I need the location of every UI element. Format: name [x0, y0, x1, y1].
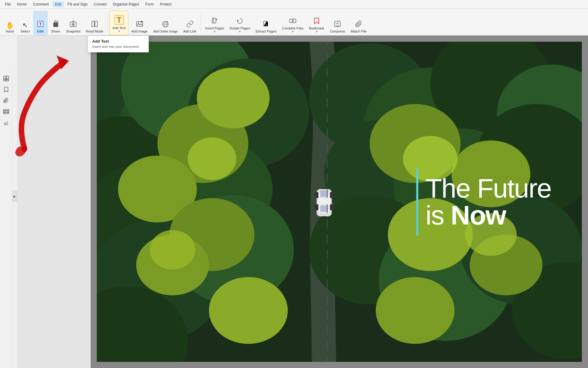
add-online-image-icon — [162, 21, 169, 29]
add-text-button[interactable]: T Add Text ▼ — [110, 11, 128, 35]
heading-line2: is Now — [426, 202, 551, 229]
menu-comment[interactable]: Comment — [30, 2, 51, 7]
svg-rect-23 — [6, 79, 9, 81]
svg-rect-22 — [4, 79, 6, 81]
collapse-panel-arrow[interactable]: ▶ — [12, 191, 17, 202]
menu-home[interactable]: Home — [14, 2, 29, 7]
attach-file-icon — [355, 20, 362, 29]
combine-files-dropdown: ▼ — [292, 30, 294, 33]
tooltip-description: Insert text into your document. — [92, 45, 144, 48]
accent-bar — [416, 168, 418, 236]
heading-now: Now — [451, 200, 506, 230]
menu-fill-sign[interactable]: Fill and Sign — [65, 2, 90, 7]
snapshot-button[interactable]: Snapshot — [64, 11, 83, 35]
insert-pages-icon — [211, 17, 218, 26]
combine-files-icon — [289, 17, 296, 26]
svg-rect-8 — [95, 21, 97, 27]
heading-is: is — [426, 200, 451, 230]
share-button[interactable]: Share — [48, 11, 63, 35]
menu-edit[interactable]: Edit — [52, 2, 64, 7]
main-content: ▶ — [0, 36, 588, 368]
add-image-icon — [136, 20, 143, 29]
bookmark-dropdown: ▼ — [315, 30, 318, 33]
add-link-button[interactable]: Add Link — [181, 11, 199, 35]
signatures-panel-icon[interactable] — [1, 118, 11, 128]
extract-pages-button[interactable]: Extract Pages — [253, 11, 279, 35]
bookmark-button[interactable]: Bookmark ▼ — [307, 11, 327, 35]
pdf-text-content: The Future is Now — [416, 168, 551, 236]
add-text-icon: T — [114, 15, 124, 25]
add-text-dropdown-arrow: ▼ — [118, 30, 120, 33]
add-link-icon — [186, 20, 194, 29]
svg-point-41 — [197, 67, 270, 128]
ribbon: ✋ Hand ↖ Select T Edit Share — [0, 9, 588, 36]
combine-files-button[interactable]: Combine Files ▼ — [280, 11, 306, 35]
compress-icon — [334, 20, 341, 29]
menu-convert[interactable]: Convert — [91, 2, 109, 7]
svg-rect-14 — [212, 18, 216, 23]
layers-panel-icon[interactable] — [1, 107, 11, 117]
svg-rect-19 — [335, 21, 340, 27]
svg-point-63 — [150, 230, 195, 270]
menu-protect[interactable]: Protect — [157, 2, 174, 7]
document-page: The Future is Now — [97, 42, 582, 362]
read-mode-button[interactable]: Read Mode — [83, 11, 106, 35]
page-thumbnail-icon[interactable] — [1, 74, 11, 83]
attach-file-button[interactable]: Attach File — [348, 11, 369, 35]
heading-line1: The Future — [426, 175, 551, 202]
hand-tool-button[interactable]: ✋ Hand — [2, 11, 17, 35]
svg-rect-73 — [330, 204, 334, 210]
svg-point-61 — [188, 137, 236, 180]
extract-pages-icon — [262, 20, 270, 29]
svg-rect-21 — [6, 76, 9, 79]
compress-button[interactable]: Compress — [327, 11, 348, 35]
svg-marker-15 — [237, 20, 239, 21]
bookmark-icon — [313, 17, 320, 26]
svg-rect-72 — [315, 204, 318, 210]
svg-rect-24 — [3, 109, 9, 111]
svg-rect-18 — [293, 19, 296, 23]
bookmarks-panel-icon[interactable] — [1, 85, 11, 94]
separator-1 — [107, 13, 108, 32]
menu-form[interactable]: Form — [143, 2, 156, 7]
svg-point-44 — [209, 277, 288, 344]
svg-rect-25 — [3, 111, 9, 112]
svg-text:T: T — [39, 22, 42, 26]
left-sidebar — [0, 71, 12, 368]
add-online-image-button[interactable]: Add Online Image — [151, 11, 180, 35]
select-tool-button[interactable]: ↖ Select — [18, 11, 32, 35]
select-icon: ↖ — [22, 22, 28, 29]
document-area: The Future is Now — [91, 36, 588, 368]
read-mode-icon — [91, 20, 98, 29]
attachments-panel-icon[interactable] — [1, 96, 11, 105]
share-icon — [52, 20, 59, 29]
heading-text: The Future is Now — [426, 175, 551, 229]
add-text-tooltip: Add Text Insert text into your document. — [88, 36, 149, 52]
svg-rect-26 — [3, 113, 9, 114]
svg-point-6 — [73, 24, 74, 25]
svg-rect-71 — [330, 192, 334, 198]
hand-icon: ✋ — [6, 22, 14, 29]
insert-pages-dropdown: ▼ — [213, 30, 216, 33]
svg-rect-70 — [315, 192, 318, 198]
menu-organize[interactable]: Organize Pages — [110, 2, 141, 7]
svg-rect-17 — [290, 19, 292, 23]
insert-pages-button[interactable]: Insert Pages ▼ — [203, 11, 227, 35]
add-image-button[interactable]: Add Image — [129, 11, 150, 35]
red-arrow-annotation — [17, 36, 89, 164]
snapshot-icon — [70, 20, 77, 29]
svg-rect-7 — [92, 21, 94, 27]
edit-tool-button[interactable]: T Edit — [33, 11, 48, 35]
rotate-pages-icon — [236, 17, 243, 26]
menu-file[interactable]: File — [2, 2, 13, 7]
menu-bar: File Home Comment Edit Fill and Sign Con… — [0, 0, 588, 9]
svg-point-60 — [376, 277, 454, 344]
separator-2 — [201, 13, 201, 32]
svg-point-10 — [138, 22, 139, 24]
rotate-pages-dropdown: ▼ — [239, 30, 241, 33]
tooltip-title: Add Text — [92, 39, 144, 44]
svg-rect-20 — [4, 76, 6, 79]
rotate-pages-button[interactable]: Rotate Pages ▼ — [227, 11, 253, 35]
page-thumbnails-panel — [17, 36, 91, 368]
edit-icon: T — [37, 20, 44, 29]
